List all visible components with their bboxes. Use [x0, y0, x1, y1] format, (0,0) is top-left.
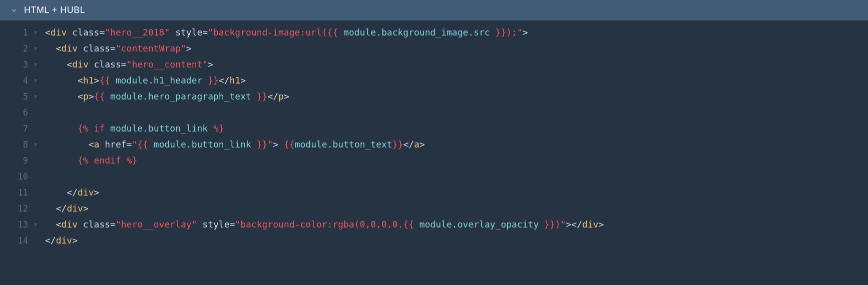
editor-body: 1▼ 2▼ 3▼ 4▼ 5▼ 6 7 8▼ 9 10 11 12 13▼ 14 … — [0, 20, 868, 252]
gutter-line[interactable]: 7 — [0, 120, 39, 136]
code-area[interactable]: <div class="hero__2018" style="backgroun… — [39, 20, 868, 252]
code-line[interactable]: <div class="hero__2018" style="backgroun… — [39, 24, 868, 40]
gutter-line[interactable]: 11 — [0, 184, 39, 200]
fold-marker-icon[interactable]: ▼ — [31, 216, 37, 232]
gutter-line[interactable]: 4▼ — [0, 72, 39, 88]
code-line[interactable]: <a href="{{ module.button_link }}"> {{mo… — [39, 136, 868, 152]
gutter-line[interactable]: 9 — [0, 152, 39, 168]
fold-marker-icon[interactable]: ▼ — [31, 136, 37, 152]
gutter: 1▼ 2▼ 3▼ 4▼ 5▼ 6 7 8▼ 9 10 11 12 13▼ 14 — [0, 20, 39, 252]
gutter-line[interactable]: 10 — [0, 168, 39, 184]
code-line[interactable]: </div> — [39, 184, 868, 200]
code-line[interactable]: <div class="hero__overlay" style="backgr… — [39, 216, 868, 232]
chevron-down-icon[interactable] — [10, 6, 18, 14]
editor-header: HTML + HUBL — [0, 0, 868, 20]
fold-marker-icon[interactable]: ▼ — [31, 40, 37, 56]
editor-title: HTML + HUBL — [24, 5, 85, 16]
code-line[interactable]: <div class="contentWrap"> — [39, 40, 868, 56]
code-line[interactable]: {% if module.button_link %} — [39, 120, 868, 136]
gutter-line[interactable]: 14 — [0, 232, 39, 248]
fold-marker-icon[interactable]: ▼ — [31, 24, 37, 40]
gutter-line[interactable]: 1▼ — [0, 24, 39, 40]
fold-marker-icon[interactable]: ▼ — [31, 88, 37, 104]
gutter-line[interactable]: 6 — [0, 104, 39, 120]
fold-marker-icon[interactable]: ▼ — [31, 56, 37, 72]
code-line[interactable]: </div> — [39, 232, 868, 248]
gutter-line[interactable]: 8▼ — [0, 136, 39, 152]
code-line[interactable] — [39, 168, 868, 184]
gutter-line[interactable]: 3▼ — [0, 56, 39, 72]
gutter-line[interactable]: 12 — [0, 200, 39, 216]
code-line[interactable]: {% endif %} — [39, 152, 868, 168]
gutter-line[interactable]: 5▼ — [0, 88, 39, 104]
code-line[interactable]: </div> — [39, 200, 868, 216]
code-line[interactable]: <p>{{ module.hero_paragraph_text }}</p> — [39, 88, 868, 104]
code-line[interactable]: <div class="hero__content"> — [39, 56, 868, 72]
gutter-line[interactable]: 13▼ — [0, 216, 39, 232]
gutter-line[interactable]: 2▼ — [0, 40, 39, 56]
fold-marker-icon[interactable]: ▼ — [31, 72, 37, 88]
code-line[interactable] — [39, 104, 868, 120]
code-line[interactable]: <h1>{{ module.h1_header }}</h1> — [39, 72, 868, 88]
